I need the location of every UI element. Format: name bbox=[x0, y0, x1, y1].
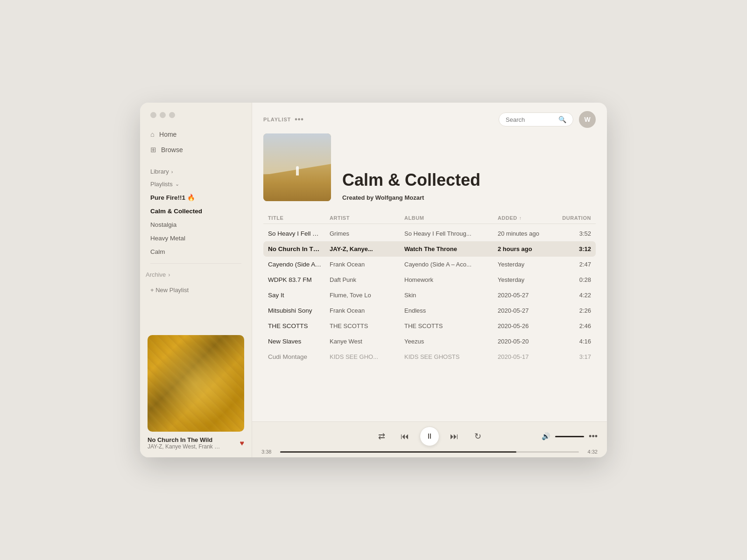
app-window: ⌂ Home ⊞ Browse Library › Playlists ⌄ bbox=[140, 103, 607, 457]
traffic-maximize[interactable] bbox=[169, 112, 175, 118]
track-album: Watch The Throne bbox=[404, 245, 498, 252]
next-button[interactable]: ⏭ bbox=[446, 428, 463, 445]
playlists-header[interactable]: Playlists ⌄ bbox=[145, 178, 247, 190]
track-duration: 2:26 bbox=[563, 307, 591, 314]
sidebar-playlist-pure-fire[interactable]: Pure Fire!!1 🔥 bbox=[145, 190, 247, 204]
track-duration: 3:52 bbox=[563, 230, 591, 237]
traffic-close[interactable] bbox=[150, 112, 156, 118]
tracks-list: So Heavy I Fell Through the Earth (Alg..… bbox=[263, 226, 596, 364]
track-title: New Slaves bbox=[268, 338, 330, 345]
sidebar-library-section: Library › bbox=[140, 165, 252, 178]
playlist-options-button[interactable]: ••• bbox=[295, 115, 303, 124]
tracks-section: Title Artist Album Added ↑ Duration So H… bbox=[252, 212, 607, 421]
more-options-button[interactable]: ••• bbox=[589, 432, 598, 441]
shuffle-button[interactable]: ⇄ bbox=[373, 428, 390, 445]
track-added: 2020-05-20 bbox=[498, 338, 563, 345]
playlist-pure-fire-label: Pure Fire!!1 🔥 bbox=[150, 194, 195, 201]
sidebar-item-browse[interactable]: ⊞ Browse bbox=[145, 142, 247, 158]
track-title: Say It bbox=[268, 292, 330, 299]
track-row[interactable]: Cudi Montage KIDS SEE GHO... KIDS SEE GH… bbox=[263, 349, 596, 364]
col-header-artist: Artist bbox=[330, 215, 404, 221]
search-input[interactable] bbox=[506, 116, 555, 123]
sidebar-item-home[interactable]: ⌂ Home bbox=[145, 126, 247, 142]
sidebar-playlist-heavy-metal[interactable]: Heavy Metal bbox=[145, 231, 247, 245]
sidebar-home-label: Home bbox=[159, 131, 176, 138]
track-row[interactable]: So Heavy I Fell Through the Earth (Alg..… bbox=[263, 226, 596, 241]
track-row[interactable]: New Slaves Kanye West Yeezus 2020-05-20 … bbox=[263, 334, 596, 349]
player-center: ⇄ ⏮ ⏸ ⏭ ↻ bbox=[373, 427, 486, 446]
user-avatar[interactable]: W bbox=[579, 111, 596, 128]
track-title: THE SCOTTS bbox=[268, 322, 330, 329]
track-added: 2020-05-26 bbox=[498, 322, 563, 329]
playlist-cover-art bbox=[263, 133, 331, 201]
track-album: Skin bbox=[404, 292, 498, 299]
playlists-chevron-icon: ⌄ bbox=[175, 181, 179, 187]
track-duration: 3:12 bbox=[563, 245, 591, 252]
playlist-hero: Calm & Collected Created by Wolfgang Moz… bbox=[252, 133, 607, 212]
prev-button[interactable]: ⏮ bbox=[396, 428, 413, 445]
sidebar-playlist-nostalgia[interactable]: Nostalgia bbox=[145, 218, 247, 231]
track-duration: 2:46 bbox=[563, 322, 591, 329]
track-album: Yeezus bbox=[404, 338, 498, 345]
track-added: 2020-05-17 bbox=[498, 353, 563, 360]
col-header-added[interactable]: Added ↑ bbox=[498, 215, 563, 221]
track-row[interactable]: WDPK 83.7 FM Daft Punk Homework Yesterda… bbox=[263, 272, 596, 287]
track-artist: JAY-Z, Kanye... bbox=[330, 245, 404, 252]
track-artist: THE SCOTTS bbox=[330, 322, 404, 329]
player-bar: ⇄ ⏮ ⏸ ⏭ ↻ 🔊 ••• 3:38 4:32 bbox=[252, 421, 607, 457]
track-artist: Daft Punk bbox=[330, 276, 404, 283]
sidebar-playlist-calm-collected[interactable]: Calm & Collected bbox=[145, 204, 247, 218]
track-title: So Heavy I Fell Through the Earth (Alg..… bbox=[268, 230, 330, 237]
col-header-album: Album bbox=[404, 215, 498, 221]
playlist-calm-collected-label: Calm & Collected bbox=[150, 208, 202, 215]
track-row[interactable]: Say It Flume, Tove Lo Skin 2020-05-27 4:… bbox=[263, 287, 596, 303]
volume-slider[interactable] bbox=[555, 436, 584, 437]
search-bar[interactable]: 🔍 bbox=[499, 112, 573, 126]
current-time: 3:38 bbox=[261, 449, 275, 455]
progress-bar[interactable] bbox=[280, 451, 579, 453]
track-title: No Church In The Wild bbox=[268, 245, 330, 252]
track-row[interactable]: THE SCOTTS THE SCOTTS THE SCOTTS 2020-05… bbox=[263, 318, 596, 334]
playlist-name: Calm & Collected bbox=[342, 171, 596, 189]
traffic-minimize[interactable] bbox=[160, 112, 166, 118]
track-added: Yesterday bbox=[498, 261, 563, 268]
track-added: 20 minutes ago bbox=[498, 230, 563, 237]
track-album: Cayendo (Side A – Aco... bbox=[404, 261, 498, 268]
track-row[interactable]: Cayendo (Side A – Acoustic) Frank Ocean … bbox=[263, 257, 596, 272]
now-playing-artist: JAY-Z, Kanye West, Frank Oce... bbox=[148, 443, 222, 450]
new-playlist-label: + New Playlist bbox=[150, 287, 189, 294]
player-controls-wrapper: ⇄ ⏮ ⏸ ⏭ ↻ 🔊 ••• bbox=[261, 427, 598, 446]
track-artist: Flume, Tove Lo bbox=[330, 292, 404, 299]
playlist-calm-label: Calm bbox=[150, 248, 165, 255]
col-added-label: Added bbox=[498, 215, 517, 221]
header-right: 🔍 W bbox=[499, 111, 596, 128]
now-playing-artwork bbox=[148, 335, 244, 432]
library-chevron-icon: › bbox=[171, 169, 173, 175]
sidebar-playlist-calm[interactable]: Calm bbox=[145, 245, 247, 259]
home-icon: ⌂ bbox=[150, 130, 155, 138]
track-duration: 0:28 bbox=[563, 276, 591, 283]
sidebar-archive[interactable]: Archive › bbox=[140, 268, 252, 281]
new-playlist-button[interactable]: + New Playlist bbox=[140, 283, 252, 297]
library-header[interactable]: Library › bbox=[145, 165, 247, 178]
track-row[interactable]: Mitsubishi Sony Frank Ocean Endless 2020… bbox=[263, 303, 596, 318]
track-added: 2020-05-27 bbox=[498, 307, 563, 314]
now-playing-title: No Church In The Wild bbox=[148, 436, 222, 443]
pause-button[interactable]: ⏸ bbox=[420, 427, 439, 446]
like-button[interactable]: ♥ bbox=[240, 439, 245, 448]
sidebar-scroll: ⌂ Home ⊞ Browse Library › Playlists ⌄ bbox=[140, 126, 252, 328]
repeat-button[interactable]: ↻ bbox=[469, 428, 486, 445]
creator-name: Wolfgang Mozart bbox=[375, 194, 424, 201]
track-title: WDPK 83.7 FM bbox=[268, 276, 330, 283]
sidebar-playlists-section: Playlists ⌄ Pure Fire!!1 🔥 Calm & Collec… bbox=[140, 178, 252, 259]
volume-icon: 🔊 bbox=[542, 432, 550, 441]
track-row[interactable]: No Church In The Wild JAY-Z, Kanye... Wa… bbox=[263, 241, 596, 257]
track-title: Cayendo (Side A – Acoustic) bbox=[268, 261, 330, 268]
sort-icon: ↑ bbox=[519, 216, 522, 221]
col-title-label: Title bbox=[268, 215, 283, 221]
sidebar-nav: ⌂ Home ⊞ Browse bbox=[140, 126, 252, 158]
playlist-creator: Created by Wolfgang Mozart bbox=[342, 194, 596, 201]
now-playing-info: No Church In The Wild JAY-Z, Kanye West,… bbox=[148, 436, 244, 450]
now-playing-text: No Church In The Wild JAY-Z, Kanye West,… bbox=[148, 436, 222, 450]
player-right: 🔊 ••• bbox=[542, 432, 598, 441]
